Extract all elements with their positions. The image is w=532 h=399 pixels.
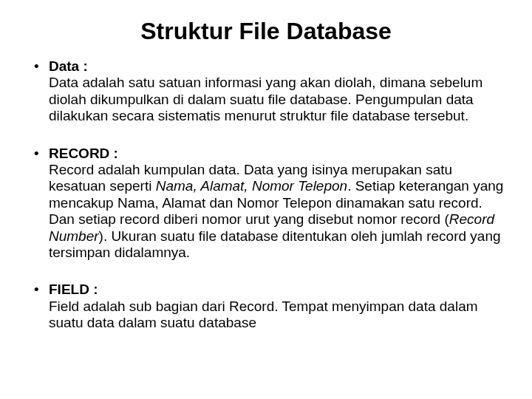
bullet-list: Data : Data adalah satu satuan informasi…	[27, 58, 505, 332]
list-item: FIELD : Field adalah sub bagian dari Rec…	[31, 282, 505, 331]
italic-text: Nama, Alamat, Nomor Telepon	[156, 178, 347, 194]
slide-title: Struktur File Database	[27, 18, 505, 45]
term-label: Data :	[49, 58, 88, 74]
body-text-run: Data adalah satu satuan informasi yang a…	[49, 75, 482, 123]
list-item: RECORD : Record adalah kumpulan data. Da…	[31, 146, 505, 262]
term-label: FIELD :	[49, 282, 98, 297]
slide: Struktur File Database Data : Data adala…	[0, 0, 532, 399]
item-body: Field adalah sub bagian dari Record. Tem…	[49, 299, 505, 332]
item-body: Record adalah kumpulan data. Data yang i…	[49, 162, 505, 261]
item-body: Data adalah satu satuan informasi yang a…	[49, 75, 505, 124]
list-item: Data : Data adalah satu satuan informasi…	[31, 58, 505, 125]
body-text-run: ). Ukuran suatu file database ditentukan…	[49, 228, 501, 260]
term-label: RECORD :	[49, 146, 118, 161]
body-text-run: Field adalah sub bagian dari Record. Tem…	[49, 299, 478, 330]
